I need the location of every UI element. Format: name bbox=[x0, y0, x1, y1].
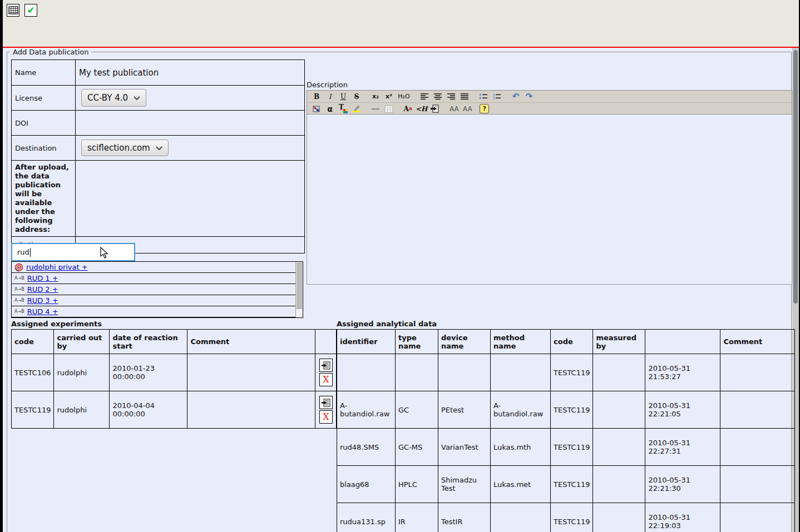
cell-identifier: blaag68 bbox=[337, 466, 396, 503]
suggestion-link[interactable]: RUD 2 + bbox=[27, 285, 58, 294]
doi-field[interactable] bbox=[76, 111, 305, 136]
remove-experiment-button[interactable]: X bbox=[319, 410, 333, 424]
cell-comment bbox=[720, 391, 795, 429]
page-scrollbar-thumb[interactable] bbox=[793, 50, 798, 304]
table-row: A-butandiol.raw GC PEtest A-butandiol.ra… bbox=[337, 391, 795, 429]
cell-code: TESTC119 bbox=[551, 429, 593, 466]
col-header-actions bbox=[315, 330, 337, 354]
table-row: blaag68 HPLC Shimadzu Test Lukas.met TES… bbox=[337, 466, 795, 503]
chemical-formula-icon[interactable]: H₂O bbox=[396, 92, 412, 102]
align-justify-icon[interactable] bbox=[458, 92, 471, 102]
italic-icon[interactable]: I bbox=[323, 92, 337, 102]
cell-method: A-butandiol.raw bbox=[491, 391, 551, 429]
cell-code: TESTC119 bbox=[551, 391, 593, 429]
col-header: Comment bbox=[720, 330, 795, 354]
cell-code: TESTC119 bbox=[551, 503, 593, 532]
list-scrollbar-thumb[interactable] bbox=[297, 262, 302, 309]
search-input-value: rud bbox=[17, 248, 29, 256]
cell-date: 2010-01-23 00:00:00 bbox=[110, 354, 187, 391]
cell-comment bbox=[187, 391, 315, 429]
numbered-list-icon[interactable]: 12 bbox=[490, 92, 503, 102]
cell-device: Shimadzu Test bbox=[438, 466, 491, 503]
superscript-icon[interactable]: x² bbox=[382, 92, 396, 102]
col-header: method name bbox=[491, 330, 551, 354]
fieldset-legend: Add Data publication bbox=[10, 48, 91, 56]
cell-type: IR bbox=[396, 503, 438, 532]
special-characters-icon[interactable] bbox=[310, 104, 323, 114]
table-view-button[interactable] bbox=[7, 4, 19, 17]
text-caret bbox=[30, 248, 31, 257]
cell-datetime: 2010-05-3122:21:05 bbox=[645, 391, 720, 429]
top-toolbar: ✔ bbox=[3, 0, 799, 47]
chevron-down-icon bbox=[134, 96, 140, 100]
bullet-list-icon[interactable] bbox=[477, 92, 490, 102]
col-header: type name bbox=[396, 330, 438, 354]
html-source-icon[interactable]: <H bbox=[414, 104, 428, 114]
align-left-icon[interactable] bbox=[418, 92, 431, 102]
font-attributes-icon[interactable]: Aa bbox=[401, 104, 414, 114]
editor-toolbar-row2: α T Aa <H bbox=[307, 103, 792, 115]
list-item[interactable]: A→B RUD 3 + bbox=[12, 295, 303, 306]
redo-icon[interactable]: ↷ bbox=[522, 92, 536, 102]
open-experiment-button[interactable] bbox=[319, 359, 333, 372]
description-editor-area[interactable] bbox=[307, 115, 792, 285]
list-item[interactable]: A→B RUD 2 + bbox=[12, 284, 303, 295]
align-center-icon[interactable] bbox=[431, 92, 445, 102]
table-row: TESTC119 2010-05-3121:53:27 bbox=[337, 354, 795, 391]
license-select[interactable]: CC-BY 4.0 bbox=[81, 89, 146, 107]
horizontal-rule-icon[interactable] bbox=[369, 104, 382, 114]
list-item[interactable]: rudolphi privat + bbox=[12, 262, 303, 273]
cell-identifier bbox=[337, 354, 396, 391]
confirm-button[interactable]: ✔ bbox=[24, 4, 37, 17]
open-document-icon bbox=[322, 399, 330, 407]
highlight-icon[interactable] bbox=[350, 104, 363, 114]
cell-identifier: rudua131.sp bbox=[337, 503, 396, 532]
decrease-font-icon[interactable]: AA bbox=[461, 104, 474, 114]
cell-measured-by bbox=[593, 354, 645, 391]
cell-identifier: A-butandiol.raw bbox=[337, 391, 396, 429]
suggestion-link[interactable]: RUD 3 + bbox=[27, 296, 58, 305]
undo-icon[interactable]: ↶ bbox=[509, 92, 522, 102]
form-row-destination: Destination sciflection.com bbox=[12, 136, 305, 161]
cell-measured-by bbox=[593, 391, 645, 429]
bold-icon[interactable]: B bbox=[310, 92, 323, 102]
after-upload-value bbox=[76, 161, 305, 237]
suggestion-link[interactable]: RUD 4 + bbox=[27, 307, 58, 316]
analytical-header-row: identifier type name device name method … bbox=[337, 330, 795, 354]
experiment-search-input[interactable]: rud bbox=[11, 243, 135, 261]
align-right-icon[interactable] bbox=[445, 92, 458, 102]
subscript-icon[interactable]: x₂ bbox=[369, 92, 382, 102]
cell-measured-by bbox=[593, 503, 645, 532]
cell-code: TESTC106 bbox=[12, 354, 54, 391]
col-header: carried out by bbox=[54, 330, 110, 354]
list-item[interactable]: A→B RUD 4 + bbox=[12, 306, 303, 317]
description-label: Description bbox=[307, 81, 348, 89]
form-row-license: License CC-BY 4.0 bbox=[12, 86, 305, 111]
greek-letters-icon[interactable]: α bbox=[323, 104, 337, 114]
increase-font-icon[interactable]: AA bbox=[447, 104, 461, 114]
form-row-after-upload: After upload, the data publication will … bbox=[12, 161, 305, 237]
suggestion-link[interactable]: RUD 1 + bbox=[27, 274, 58, 282]
suggestion-link[interactable]: rudolphi privat + bbox=[26, 263, 88, 271]
destination-select[interactable]: sciflection.com bbox=[81, 140, 169, 156]
list-scrollbar[interactable] bbox=[295, 262, 303, 317]
col-header: measured by bbox=[593, 330, 645, 354]
text-color-icon[interactable]: T bbox=[337, 104, 350, 114]
help-icon[interactable]: ? bbox=[480, 104, 489, 113]
table-grid-icon bbox=[8, 6, 18, 14]
reaction-icon: A→B bbox=[14, 287, 24, 292]
cell-datetime: 2010-05-3121:53:27 bbox=[645, 354, 720, 391]
insert-table-icon[interactable] bbox=[382, 104, 396, 114]
open-experiment-button[interactable] bbox=[319, 396, 333, 409]
remove-experiment-button[interactable]: X bbox=[319, 373, 333, 386]
name-field[interactable]: My test publication bbox=[76, 60, 305, 86]
doi-label: DOI bbox=[12, 111, 76, 136]
cell-method: Lukas.met bbox=[491, 466, 551, 503]
cell-code: TESTC119 bbox=[551, 466, 593, 503]
strikethrough-icon[interactable]: S bbox=[350, 92, 363, 102]
publication-form: Name My test publication License CC-BY 4… bbox=[11, 59, 305, 253]
import-document-icon[interactable] bbox=[428, 104, 442, 114]
cell-comment bbox=[720, 354, 795, 391]
list-item[interactable]: A→B RUD 1 + bbox=[12, 273, 303, 284]
underline-icon[interactable]: U bbox=[337, 92, 350, 102]
